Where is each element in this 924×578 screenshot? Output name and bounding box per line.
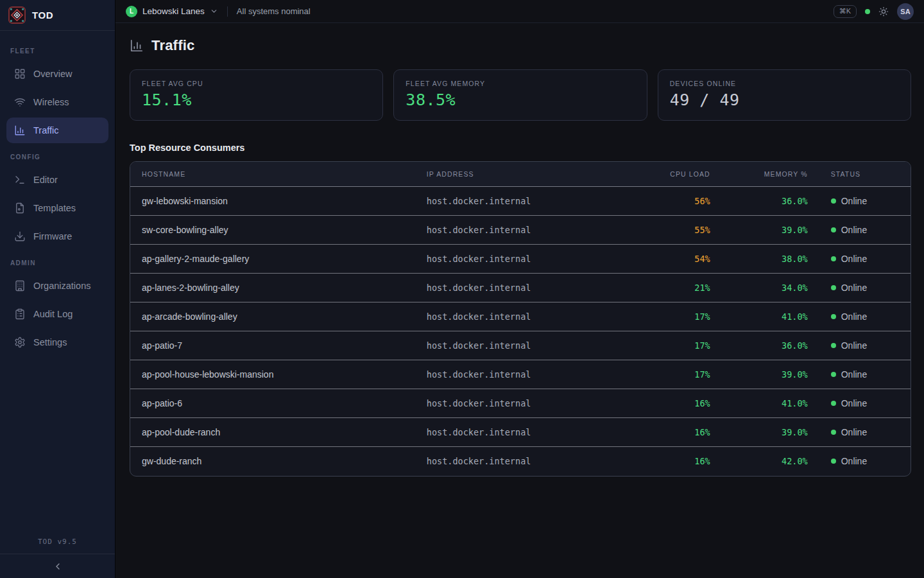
status-label: Online bbox=[841, 225, 867, 235]
topbar: L Lebowski Lanes All systems nominal ⌘K … bbox=[116, 0, 924, 23]
hostname-cell: ap-patio-6 bbox=[130, 389, 415, 418]
org-avatar: L bbox=[126, 6, 137, 17]
cpu-load-cell: 54% bbox=[626, 245, 722, 274]
terminal-icon bbox=[14, 174, 26, 186]
hostname-cell: ap-lanes-2-bowling-alley bbox=[130, 274, 415, 302]
sidebar-nav: FLEET Overview Wireless Traffic CONFIG E bbox=[0, 31, 115, 531]
column-header-cpu[interactable]: CPU LOAD bbox=[626, 162, 722, 187]
page-title-row: Traffic bbox=[130, 37, 911, 54]
column-header-status[interactable]: STATUS bbox=[819, 162, 911, 187]
table-row[interactable]: gw-lebowski-mansion host.docker.internal… bbox=[130, 187, 911, 216]
status-cell: Online bbox=[819, 245, 911, 274]
status-dot-icon bbox=[831, 227, 836, 232]
app-name: TOD bbox=[32, 10, 53, 21]
gear-icon bbox=[14, 337, 26, 348]
ip-cell: host.docker.internal bbox=[415, 360, 626, 389]
sidebar-item-label: Organizations bbox=[33, 281, 90, 291]
hostname-cell: ap-pool-house-lebowski-mansion bbox=[130, 360, 415, 389]
app-logo-row: TOD bbox=[0, 0, 115, 31]
sidebar-item-traffic[interactable]: Traffic bbox=[6, 118, 108, 143]
memory-cell: 39.0% bbox=[722, 216, 819, 245]
status-cell: Online bbox=[819, 418, 911, 447]
memory-cell: 34.0% bbox=[722, 274, 819, 302]
page-title: Traffic bbox=[151, 37, 194, 54]
sidebar-item-label: Overview bbox=[33, 69, 72, 79]
sidebar-item-audit-log[interactable]: Audit Log bbox=[6, 301, 108, 327]
status-label: Online bbox=[841, 369, 867, 380]
sidebar-item-firmware[interactable]: Firmware bbox=[6, 223, 108, 249]
status-cell: Online bbox=[819, 389, 911, 418]
memory-cell: 39.0% bbox=[722, 418, 819, 447]
topbar-right: ⌘K SA bbox=[834, 3, 914, 20]
command-palette-shortcut[interactable]: ⌘K bbox=[834, 5, 857, 18]
cpu-load-cell: 56% bbox=[626, 187, 722, 216]
table-row[interactable]: ap-pool-house-lebowski-mansion host.dock… bbox=[130, 360, 911, 389]
health-dot-icon bbox=[865, 9, 870, 14]
hostname-cell: gw-lebowski-mansion bbox=[130, 187, 415, 216]
status-label: Online bbox=[841, 456, 867, 466]
chevron-left-icon bbox=[53, 561, 63, 572]
stat-card-fleet-avg-cpu: FLEET AVG CPU 15.1% bbox=[130, 69, 383, 121]
status-label: Online bbox=[841, 311, 867, 322]
cpu-load-cell: 16% bbox=[626, 389, 722, 418]
ip-cell: host.docker.internal bbox=[415, 274, 626, 302]
stat-label: FLEET AVG MEMORY bbox=[406, 80, 635, 87]
hostname-cell: sw-core-bowling-alley bbox=[130, 216, 415, 245]
memory-cell: 36.0% bbox=[722, 187, 819, 216]
column-header-ip[interactable]: IP ADDRESS bbox=[415, 162, 626, 187]
sidebar-item-settings[interactable]: Settings bbox=[6, 329, 108, 355]
memory-cell: 38.0% bbox=[722, 245, 819, 274]
status-cell: Online bbox=[819, 360, 911, 389]
theme-toggle-button[interactable] bbox=[878, 6, 889, 17]
cpu-load-cell: 16% bbox=[626, 447, 722, 476]
app-version: TOD v9.5 bbox=[0, 531, 115, 554]
status-cell: Online bbox=[819, 447, 911, 476]
org-switcher[interactable]: L Lebowski Lanes bbox=[126, 6, 218, 17]
user-avatar[interactable]: SA bbox=[897, 3, 914, 20]
sidebar-item-overview[interactable]: Overview bbox=[6, 61, 108, 87]
cpu-load-cell: 17% bbox=[626, 360, 722, 389]
table-row[interactable]: ap-pool-dude-ranch host.docker.internal … bbox=[130, 418, 911, 447]
table-row[interactable]: ap-patio-7 host.docker.internal 17% 36.0… bbox=[130, 331, 911, 360]
table-row[interactable]: ap-gallery-2-maude-gallery host.docker.i… bbox=[130, 245, 911, 274]
table-row[interactable]: sw-core-bowling-alley host.docker.intern… bbox=[130, 216, 911, 245]
system-status-text: All systems nominal bbox=[237, 6, 311, 16]
status-cell: Online bbox=[819, 216, 911, 245]
status-dot-icon bbox=[831, 401, 836, 406]
sidebar-item-editor[interactable]: Editor bbox=[6, 167, 108, 193]
status-label: Online bbox=[841, 427, 867, 437]
memory-cell: 36.0% bbox=[722, 331, 819, 360]
sidebar-item-wireless[interactable]: Wireless bbox=[6, 89, 108, 115]
bar-chart-icon bbox=[14, 125, 26, 136]
sidebar-item-label: Traffic bbox=[33, 125, 58, 136]
clipboard-icon bbox=[14, 308, 26, 320]
ip-cell: host.docker.internal bbox=[415, 216, 626, 245]
app-logo-icon bbox=[8, 6, 26, 24]
status-dot-icon bbox=[831, 430, 836, 435]
column-header-memory[interactable]: MEMORY % bbox=[722, 162, 819, 187]
sidebar-item-templates[interactable]: Templates bbox=[6, 195, 108, 221]
device-table: HOSTNAME IP ADDRESS CPU LOAD MEMORY % ST… bbox=[130, 161, 911, 477]
table-row[interactable]: ap-arcade-bowling-alley host.docker.inte… bbox=[130, 302, 911, 331]
stat-card-fleet-avg-memory: FLEET AVG MEMORY 38.5% bbox=[393, 69, 647, 121]
status-label: Online bbox=[841, 283, 867, 293]
stat-label: FLEET AVG CPU bbox=[142, 80, 371, 87]
status-label: Online bbox=[841, 340, 867, 351]
device-table-body: gw-lebowski-mansion host.docker.internal… bbox=[130, 187, 911, 476]
chevron-down-icon bbox=[210, 7, 218, 15]
sidebar-collapse-button[interactable] bbox=[0, 554, 115, 578]
ip-cell: host.docker.internal bbox=[415, 447, 626, 476]
table-row[interactable]: ap-patio-6 host.docker.internal 16% 41.0… bbox=[130, 389, 911, 418]
hostname-cell: ap-pool-dude-ranch bbox=[130, 418, 415, 447]
hostname-cell: ap-gallery-2-maude-gallery bbox=[130, 245, 415, 274]
grid-icon bbox=[14, 68, 26, 80]
sidebar: TOD FLEET Overview Wireless Traffic CONF… bbox=[0, 0, 116, 578]
stat-card-devices-online: DEVICES ONLINE 49 / 49 bbox=[658, 69, 911, 121]
table-row[interactable]: ap-lanes-2-bowling-alley host.docker.int… bbox=[130, 274, 911, 302]
sidebar-item-label: Settings bbox=[33, 337, 67, 347]
table-row[interactable]: gw-dude-ranch host.docker.internal 16% 4… bbox=[130, 447, 911, 476]
column-header-hostname[interactable]: HOSTNAME bbox=[130, 162, 415, 187]
sidebar-item-label: Editor bbox=[33, 175, 58, 185]
status-dot-icon bbox=[831, 372, 836, 377]
sidebar-item-organizations[interactable]: Organizations bbox=[6, 273, 108, 299]
